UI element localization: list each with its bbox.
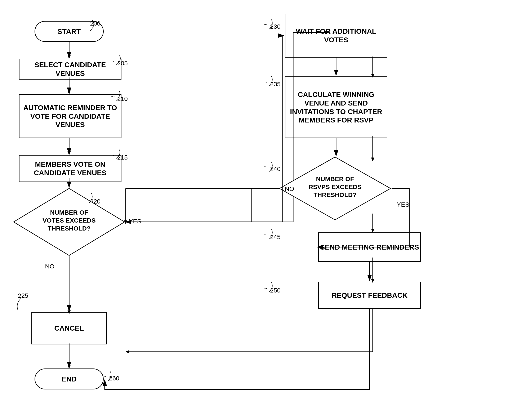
svg-marker-5 [68,151,71,155]
request-feedback-node: REQUEST FEEDBACK [318,282,421,309]
auto-reminder-node: AUTOMATIC REMINDER TO VOTE FOR CANDIDATE… [19,94,121,138]
end-node: END [35,369,104,390]
ref-225: 225 [18,292,28,299]
ref-240-tilde: ~ [264,163,268,170]
svg-text:VOTES EXCEEDS: VOTES EXCEEDS [42,217,95,224]
svg-text:THRESHOLD?: THRESHOLD? [48,225,91,232]
flowchart-diagram: 200 START 205 ~ SELECT CANDIDATE VENUES … [0,0,526,420]
svg-text:RSVPS EXCEEDS: RSVPS EXCEEDS [308,183,361,190]
yes-rsvps-label: YES [397,201,409,208]
calculate-winning-node: CALCULATE WINNING VENUE AND SEND INVITAT… [285,76,387,138]
select-venues-node: SELECT CANDIDATE VENUES [19,59,121,80]
members-vote-node: MEMBERS VOTE ON CANDIDATE VENUES [19,155,121,182]
votes-threshold-diamond: NUMBER OF VOTES EXCEEDS THRESHOLD? [12,187,126,257]
ref-250: 250 [270,287,281,294]
no-rsvps-label: NO [285,185,294,192]
ref-235: 235 [270,80,281,88]
svg-text:THRESHOLD?: THRESHOLD? [314,191,357,198]
ref-245-tilde: ~ [264,231,268,239]
svg-text:NUMBER OF: NUMBER OF [50,209,88,216]
wait-votes-node: WAIT FOR ADDITIONAL VOTES [285,14,387,58]
ref-230-tilde: ~ [264,21,268,28]
ref-260-tilde: ~ [103,373,106,380]
svg-marker-1 [68,55,71,59]
svg-marker-20 [371,229,374,232]
no-votes-label: NO [45,263,54,270]
yes-votes-label: YES [129,218,141,225]
svg-marker-29 [68,365,71,369]
svg-text:NUMBER OF: NUMBER OF [316,175,354,182]
ref-235-tilde: ~ [264,79,268,86]
cancel-node: CANCEL [31,312,107,344]
ref-230: 230 [270,23,281,30]
ref-245: 245 [270,233,281,240]
start-node: START [35,21,104,42]
rsvps-threshold-diamond: NUMBER OF RSVPS EXCEEDS THRESHOLD? [279,156,392,221]
send-meeting-node: SEND MEETING REMINDERS [318,232,421,262]
svg-marker-3 [68,91,71,94]
ref-250-tilde: ~ [264,285,268,292]
svg-marker-25 [126,350,129,353]
ref-260: 260 [109,375,119,382]
